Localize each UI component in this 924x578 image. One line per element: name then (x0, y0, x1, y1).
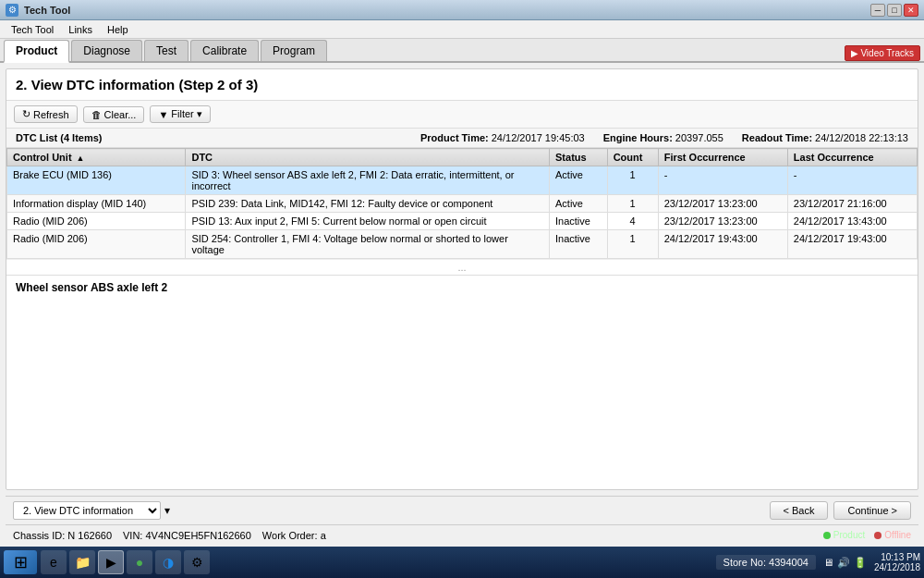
product-time-item: Product Time: 24/12/2017 19:45:03 (420, 132, 585, 143)
tab-diagnose[interactable]: Diagnose (71, 40, 142, 61)
network-icon: 🖥 (823, 557, 833, 568)
taskbar-folder[interactable]: 📁 (69, 550, 95, 574)
tab-bar: Product Diagnose Test Calibrate Program … (0, 39, 924, 63)
taskbar-chrome[interactable]: ● (127, 550, 152, 574)
taskbar-clock: 10:13 PM 24/12/2018 (874, 552, 920, 572)
cell-control-unit: Radio (MID 206) (7, 213, 186, 230)
engine-hours-value: 20397.055 (675, 132, 723, 143)
th-count[interactable]: Count (607, 149, 658, 166)
window-title: Tech Tool (24, 5, 70, 16)
cell-status: Inactive (550, 213, 608, 230)
maximize-button[interactable]: □ (887, 4, 902, 17)
table-row[interactable]: Information display (MID 140) PSID 239: … (7, 195, 918, 213)
chassis-value: N 162660 (67, 530, 112, 541)
cell-control-unit: Radio (MID 206) (7, 230, 186, 259)
vin-info: VIN: 4V4NC9EH5FN162660 (123, 530, 251, 541)
continue-button[interactable]: Continue > (833, 501, 911, 520)
status-info: Chassis ID: N 162660 VIN: 4V4NC9EH5FN162… (13, 530, 326, 541)
taskbar-media[interactable]: ▶ (98, 550, 124, 574)
cell-last-occurrence: 24/12/2017 13:43:00 (787, 213, 917, 230)
minimize-button[interactable]: ─ (870, 4, 885, 17)
nav-footer: 2. View DTC information ▾ < Back Continu… (6, 496, 918, 524)
battery-icon: 🔋 (854, 557, 867, 569)
product-status-label: Product (833, 530, 865, 540)
start-button[interactable]: ⊞ (4, 550, 37, 574)
cell-last-occurrence: 23/12/2017 21:16:00 (787, 195, 917, 213)
taskbar-icons: 🖥 🔊 🔋 (823, 557, 867, 569)
cell-dtc: PSID 13: Aux input 2, FMI 5: Current bel… (186, 213, 550, 230)
work-order-value: a (321, 530, 326, 541)
tab-test[interactable]: Test (144, 40, 188, 61)
table-row[interactable]: Brake ECU (MID 136) SID 3: Wheel sensor … (7, 166, 918, 195)
info-bar-right: Product Time: 24/12/2017 19:45:03 Engine… (420, 132, 908, 143)
taskbar-apps: e 📁 ▶ ● ◑ ⚙ (41, 550, 210, 574)
chassis-info: Chassis ID: N 162660 (13, 530, 112, 541)
product-time-value: 24/12/2017 19:45:03 (492, 132, 585, 143)
filter-button[interactable]: ▼ Filter ▾ (150, 105, 210, 123)
cell-status: Active (550, 166, 608, 195)
taskbar-right: Store No: 4394004 🖥 🔊 🔋 10:13 PM 24/12/2… (716, 552, 920, 572)
table-header-row: Control Unit ▲ DTC Status Count First Oc… (7, 149, 918, 166)
cell-control-unit: Brake ECU (MID 136) (7, 166, 186, 195)
refresh-icon: ↻ (22, 108, 30, 120)
dtc-table: Control Unit ▲ DTC Status Count First Oc… (6, 148, 918, 259)
dropdown-arrow-icon: ▾ (164, 504, 170, 517)
cell-count: 1 (607, 230, 658, 259)
th-last-occurrence[interactable]: Last Occurrence (787, 149, 917, 166)
product-time-label: Product Time: (420, 132, 489, 143)
page-title: 2. View DTC information (Step 2 of 3) (6, 69, 918, 101)
taskbar: ⊞ e 📁 ▶ ● ◑ ⚙ Store No: 4394004 🖥 🔊 🔋 10… (0, 547, 924, 578)
cell-dtc: SID 254: Controller 1, FMI 4: Voltage be… (186, 230, 550, 259)
status-indicators: Product Offline (823, 530, 911, 540)
taskbar-teamviewer[interactable]: ◑ (155, 550, 181, 574)
menu-help[interactable]: Help (100, 22, 136, 37)
cell-last-occurrence: - (787, 166, 917, 195)
readout-time-value: 24/12/2018 22:13:13 (815, 132, 908, 143)
description-panel: Wheel sensor ABS axle left 2 (6, 275, 918, 300)
menu-tech-tool[interactable]: Tech Tool (4, 22, 61, 37)
close-button[interactable]: ✕ (904, 4, 918, 17)
taskbar-settings[interactable]: ⚙ (184, 550, 210, 574)
taskbar-ie[interactable]: e (41, 550, 67, 574)
th-dtc[interactable]: DTC (186, 149, 550, 166)
clock-date: 24/12/2018 (874, 562, 920, 572)
table-row[interactable]: Radio (MID 206) PSID 13: Aux input 2, FM… (7, 213, 918, 230)
taskbar-left: ⊞ e 📁 ▶ ● ◑ ⚙ (4, 550, 210, 574)
dtc-list-count: DTC List (4 Items) (16, 132, 103, 143)
cell-count: 4 (607, 213, 658, 230)
tab-calibrate[interactable]: Calibrate (190, 40, 259, 61)
app-icon: ⚙ (6, 4, 18, 17)
clock-time: 10:13 PM (874, 552, 920, 562)
cell-status: Active (550, 195, 608, 213)
main-content: 2. View DTC information (Step 2 of 3) ↻ … (6, 68, 918, 490)
cell-count: 1 (607, 195, 658, 213)
cell-last-occurrence: 24/12/2017 19:43:00 (787, 230, 917, 259)
th-control-unit[interactable]: Control Unit ▲ (7, 149, 186, 166)
video-tracks-button[interactable]: ▶ Video Tracks (845, 45, 920, 61)
cell-first-occurrence: 24/12/2017 19:43:00 (658, 230, 787, 259)
cell-first-occurrence: - (658, 166, 787, 195)
store-badge: Store No: 4394004 (716, 555, 816, 570)
clear-button[interactable]: 🗑 Clear... (83, 106, 145, 123)
tab-program[interactable]: Program (261, 40, 327, 61)
table-container: Control Unit ▲ DTC Status Count First Oc… (6, 148, 918, 259)
step-dropdown[interactable]: 2. View DTC information (13, 501, 161, 520)
toolbar: ↻ Refresh 🗑 Clear... ▼ Filter ▾ (6, 101, 918, 129)
sort-icon: ▲ (77, 154, 85, 163)
back-button[interactable]: < Back (770, 501, 829, 520)
offline-status-label: Offline (884, 530, 911, 540)
window-controls: ─ □ ✕ (870, 4, 918, 17)
menu-bar: Tech Tool Links Help (0, 20, 924, 39)
th-first-occurrence[interactable]: First Occurrence (658, 149, 787, 166)
th-status[interactable]: Status (550, 149, 608, 166)
table-row[interactable]: Radio (MID 206) SID 254: Controller 1, F… (7, 230, 918, 259)
tab-product[interactable]: Product (4, 40, 69, 63)
engine-hours-label: Engine Hours: (603, 132, 673, 143)
cell-first-occurrence: 23/12/2017 13:23:00 (658, 213, 787, 230)
refresh-button[interactable]: ↻ Refresh (14, 105, 78, 123)
offline-status-dot (874, 532, 881, 539)
work-order-info: Work Order: a (262, 530, 326, 541)
nav-dropdown-wrap: 2. View DTC information ▾ (13, 501, 170, 520)
menu-links[interactable]: Links (61, 22, 100, 37)
info-bar: DTC List (4 Items) Product Time: 24/12/2… (6, 129, 918, 148)
